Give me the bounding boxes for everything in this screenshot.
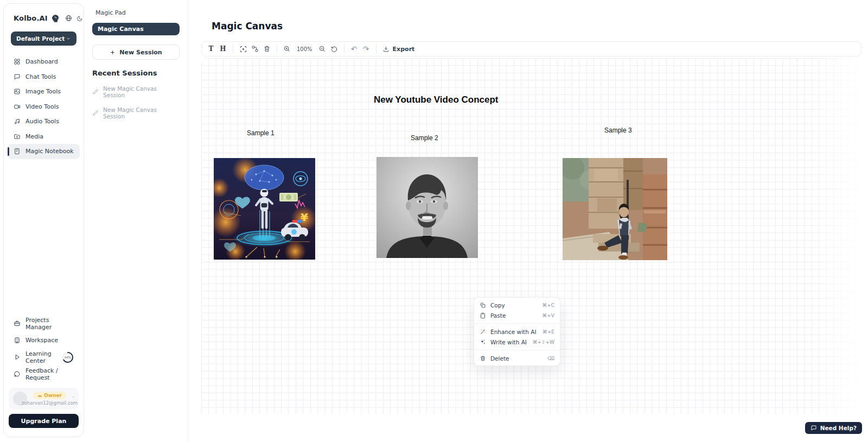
project-selector[interactable]: Default Project (11, 32, 76, 46)
canvas-heading-object[interactable]: New Youtube Video Concept (374, 94, 499, 105)
project-selector-label: Default Project (16, 35, 65, 42)
context-menu-label: Delete (490, 355, 509, 362)
chevron-down-icon (66, 36, 71, 41)
zoom-out-button[interactable] (316, 43, 328, 55)
recent-session-item[interactable]: New Magic Canvas Session (92, 85, 180, 98)
sidebar-item-label: Image Tools (25, 88, 61, 95)
sidebar-item-chat-tools[interactable]: Chat Tools (8, 70, 80, 85)
sidebar-item-label: Workspace (25, 337, 58, 344)
pencil-icon (92, 110, 99, 116)
need-help-label: Need Help? (820, 425, 857, 431)
primary-sidebar: Kolbo.AI Default Project Dashboard Chat … (3, 3, 84, 437)
magic-canvas-grid[interactable]: New Youtube Video Concept Sample 1 Sampl… (201, 58, 861, 414)
trash-icon (263, 45, 271, 53)
sidebar-item-image-tools[interactable]: Image Tools (8, 84, 80, 99)
undo-button[interactable]: ↶ (348, 43, 360, 55)
recent-session-item[interactable]: New Magic Canvas Session (92, 106, 180, 119)
sample-3-label[interactable]: Sample 3 (604, 127, 632, 134)
audio-icon (14, 118, 21, 125)
sidebar-item-dashboard[interactable]: Dashboard (8, 54, 80, 70)
reset-view-button[interactable] (328, 43, 340, 55)
connector-icon (251, 45, 259, 53)
zoom-out-icon (318, 45, 326, 53)
context-menu-item-paste[interactable]: Paste ⌘+V (474, 310, 560, 320)
dashboard-icon (14, 58, 21, 65)
context-menu-label: Copy (490, 302, 505, 308)
brand-logo: Kolbo.AI (14, 14, 48, 22)
heading-tool-button[interactable]: H (217, 43, 229, 55)
ai-select-icon (239, 45, 247, 53)
crown-icon (37, 393, 42, 398)
magic-wand-icon (480, 329, 486, 335)
canvas-toolbar: T H 100% ↶ ↷ Export (201, 41, 861, 56)
shortcut-hint: ⌘+V (542, 313, 554, 318)
connector-tool-button[interactable] (249, 43, 261, 55)
sample-2-image[interactable] (376, 157, 478, 258)
sidebar-item-workspace[interactable]: Workspace (8, 332, 80, 349)
upgrade-plan-button[interactable]: Upgrade Plan (9, 414, 79, 428)
briefcase-icon (14, 320, 21, 327)
context-menu-item-copy[interactable]: Copy ⌘+C (474, 300, 560, 310)
svg-text:66%: 66% (65, 356, 71, 359)
delete-tool-button[interactable] (261, 43, 273, 55)
zoom-in-button[interactable] (281, 43, 293, 55)
paste-icon (480, 312, 486, 319)
logo-row: Kolbo.AI (14, 14, 77, 23)
zoom-in-icon (283, 45, 291, 53)
sample-3-image[interactable] (563, 158, 667, 260)
export-label: Export (393, 46, 415, 53)
video-icon (14, 103, 21, 110)
sidebar-item-label: Feedback / Request (25, 367, 74, 381)
ai-select-tool-button[interactable] (237, 43, 249, 55)
sidebar-item-label: Magic Notebook (25, 148, 74, 155)
redo-button[interactable]: ↷ (360, 43, 372, 55)
main-area: Magic Canvas T H 100% ↶ ↷ Export (188, 0, 868, 441)
dark-mode-moon-icon[interactable] (75, 14, 84, 23)
nav-item-magic-pad[interactable]: Magic Pad (92, 8, 180, 23)
user-email: zoharvan12@gmail.com (22, 400, 78, 406)
globe-icon[interactable] (64, 14, 73, 23)
brain-head-logo-icon (51, 14, 60, 23)
shortcut-hint: ⌘+C (542, 303, 554, 308)
export-button[interactable]: Export (380, 46, 417, 53)
context-menu-label: Enhance with AI (490, 329, 537, 335)
owner-role-label: Owner (44, 393, 62, 398)
sidebar-item-media[interactable]: Media (8, 129, 80, 144)
sidebar-item-magic-notebook[interactable]: Magic Notebook (8, 144, 80, 159)
toolbar-divider (277, 45, 277, 53)
recent-session-label: New Magic Canvas Session (103, 85, 180, 98)
sidebar-item-label: Chat Tools (25, 73, 56, 80)
sample-1-label[interactable]: Sample 1 (247, 129, 275, 137)
sidebar-item-projects-manager[interactable]: Projects Manager (8, 315, 80, 332)
help-chat-icon (810, 425, 817, 431)
sidebar-item-label: Audio Tools (25, 118, 59, 125)
sidebar-item-feedback-request[interactable]: Feedback / Request (8, 366, 80, 382)
sample-1-image[interactable]: ¥ (214, 158, 315, 260)
sidebar-item-label: Media (25, 133, 43, 140)
context-menu-item-delete[interactable]: Delete ⌫ (474, 353, 560, 363)
need-help-button[interactable]: Need Help? (805, 422, 862, 434)
sidebar-item-video-tools[interactable]: Video Tools (8, 99, 80, 115)
context-menu-item-write-with-ai[interactable]: Write with AI ⌘+⇧+W (474, 337, 560, 347)
context-menu-item-enhance-with-ai[interactable]: Enhance with AI ⌘+E (474, 326, 560, 337)
sample-2-label[interactable]: Sample 2 (411, 134, 438, 142)
context-menu-label: Write with AI (490, 339, 527, 345)
new-session-label: New Session (119, 49, 162, 56)
chevron-icon: ˄ (72, 396, 74, 401)
sidebar-item-label: Projects Manager (25, 317, 74, 331)
copy-icon (480, 302, 486, 308)
text-tool-button[interactable]: T (205, 43, 217, 55)
trash-icon (480, 355, 486, 362)
nav-item-magic-canvas[interactable]: Magic Canvas (92, 23, 180, 35)
sidebar-item-label: Learning Center (25, 350, 55, 364)
user-account-card[interactable]: Owner zoharvan12@gmail.com ˄ (9, 388, 79, 410)
sidebar-item-audio-tools[interactable]: Audio Tools (8, 114, 80, 129)
zoom-level: 100% (297, 46, 312, 52)
sparkles-icon (480, 339, 486, 345)
sidebar-item-learning-center[interactable]: Learning Center 66% (8, 349, 80, 366)
shortcut-hint: ⌫ (547, 356, 554, 361)
new-session-button[interactable]: New Session (92, 45, 180, 60)
learning-progress-ring: 66% (62, 351, 74, 363)
page-title: Magic Canvas (212, 21, 283, 32)
image-icon (14, 88, 21, 95)
